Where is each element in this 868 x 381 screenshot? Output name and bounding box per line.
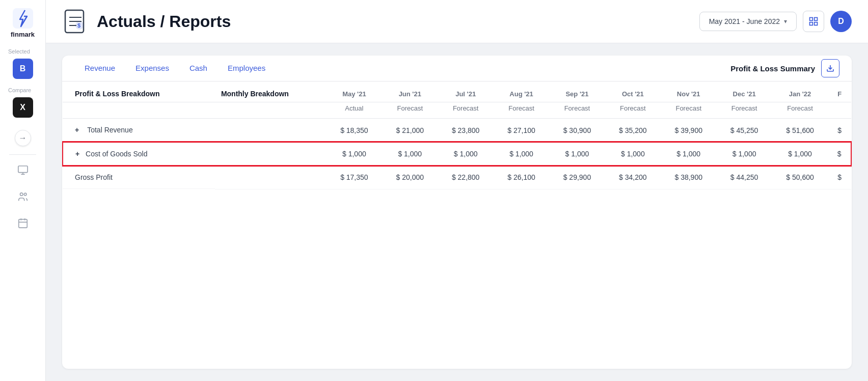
sub-sep21: Forecast <box>564 104 590 112</box>
col-nov21: Nov '21 <box>677 90 700 98</box>
revenue-may21: $ 18,350 <box>327 119 382 143</box>
sub-nov21: Forecast <box>675 104 701 112</box>
cogs-more: $ <box>828 142 851 166</box>
header-right: May 2021 - June 2022 ▾ D <box>699 11 852 32</box>
gp-jan22: $ 50,600 <box>772 166 828 189</box>
date-range-button[interactable]: May 2021 - June 2022 ▾ <box>699 12 797 31</box>
team-icon <box>17 191 29 202</box>
col-sep21: Sep '21 <box>565 90 588 98</box>
svg-point-4 <box>20 193 23 196</box>
tab-expenses[interactable]: Expenses <box>125 56 179 81</box>
tabs-left: Revenue Expenses Cash Employees <box>74 56 276 81</box>
gp-may21: $ 17,350 <box>327 166 382 189</box>
sub-may21: Actual <box>345 104 363 112</box>
cogs-may21: $ 1,000 <box>327 142 382 166</box>
col-may21: May '21 <box>342 90 366 98</box>
revenue-jun21: $ 21,000 <box>382 119 438 143</box>
calendar-icon <box>17 217 29 229</box>
monthly-breakdown-label: Monthly Breakdown <box>221 90 289 98</box>
cogs-sep21: $ 1,000 <box>549 142 605 166</box>
table-view-button[interactable] <box>803 11 824 32</box>
chevron-down-icon: ▾ <box>784 18 787 25</box>
download-button[interactable] <box>821 59 839 77</box>
cogs-jan22: $ 1,000 <box>772 142 828 166</box>
svg-rect-18 <box>810 22 813 25</box>
svg-rect-0 <box>13 8 33 29</box>
sub-jun21: Forecast <box>397 104 423 112</box>
revenue-oct21: $ 35,200 <box>605 119 661 143</box>
cogs-jul21: $ 1,000 <box>438 142 493 166</box>
report-card: Revenue Expenses Cash Employees Profit &… <box>62 56 852 369</box>
revenue-nov21: $ 39,900 <box>661 119 716 143</box>
expand-arrow-icon: → <box>19 133 27 143</box>
tab-cash[interactable]: Cash <box>179 56 218 81</box>
gp-dec21: $ 44,250 <box>716 166 772 189</box>
download-icon <box>826 64 834 72</box>
reports-icon: $ <box>62 8 89 35</box>
col-jun21: Jun '21 <box>399 90 421 98</box>
svg-text:$: $ <box>77 22 80 29</box>
revenue-dec21: $ 45,250 <box>716 119 772 143</box>
compare-avatar[interactable]: X <box>13 97 33 118</box>
expand-revenue[interactable]: + <box>75 126 79 134</box>
cogs-label: Cost of Goods Sold <box>86 150 147 158</box>
svg-rect-19 <box>815 22 818 25</box>
revenue-jan22: $ 51,600 <box>772 119 828 143</box>
nav-item-monitor[interactable] <box>12 159 34 181</box>
cogs-aug21: $ 1,000 <box>494 142 549 166</box>
column-headers-row: Profit & Loss Breakdown Monthly Breakdow… <box>63 81 851 102</box>
active-tab-label: Profit & Loss Summary <box>730 64 815 73</box>
col-aug21: Aug '21 <box>509 90 533 98</box>
gp-more: $ <box>828 166 851 189</box>
header: $ Actuals / Reports May 2021 - June 2022… <box>46 0 868 43</box>
table-row-total-revenue: + Total Revenue $ 18,350 $ 21,000 $ 23,8… <box>63 119 851 143</box>
monitor-icon <box>17 165 29 176</box>
expand-cogs[interactable]: + <box>75 150 79 158</box>
tab-revenue[interactable]: Revenue <box>74 56 125 81</box>
content-area: Revenue Expenses Cash Employees Profit &… <box>46 43 868 381</box>
grid-icon <box>808 16 819 26</box>
tab-employees[interactable]: Employees <box>218 56 276 81</box>
table-area: Profit & Loss Breakdown Monthly Breakdow… <box>62 81 852 369</box>
svg-rect-16 <box>810 18 813 21</box>
gross-profit-label: Gross Profit <box>75 173 113 181</box>
user-avatar[interactable]: D <box>830 11 852 32</box>
cogs-oct21: $ 1,000 <box>605 142 661 166</box>
selected-avatar[interactable]: B <box>13 59 33 79</box>
sidebar-divider <box>9 154 36 155</box>
col-jul21: Jul '21 <box>455 90 476 98</box>
gp-aug21: $ 26,100 <box>494 166 549 189</box>
selected-label: Selected <box>0 48 30 55</box>
revenue-jul21: $ 23,800 <box>438 119 493 143</box>
page-title: Actuals / Reports <box>97 12 231 31</box>
logo: finmark <box>11 8 35 38</box>
main-content: $ Actuals / Reports May 2021 - June 2022… <box>46 0 868 381</box>
col-more: F <box>837 90 842 98</box>
svg-point-5 <box>24 193 26 196</box>
compare-label: Compare <box>0 87 31 93</box>
logo-text: finmark <box>11 31 35 38</box>
sidebar: finmark Selected B Compare X → <box>0 0 46 381</box>
svg-rect-17 <box>815 18 818 21</box>
cogs-nov21: $ 1,000 <box>661 142 716 166</box>
nav-item-team[interactable] <box>12 185 34 208</box>
gp-nov21: $ 38,900 <box>661 166 716 189</box>
pl-breakdown-label: Profit & Loss Breakdown <box>75 90 159 98</box>
cogs-dec21: $ 1,000 <box>716 142 772 166</box>
col-dec21: Dec '21 <box>733 90 756 98</box>
nav-item-calendar[interactable] <box>12 212 34 234</box>
svg-rect-6 <box>18 220 27 228</box>
total-revenue-label: Total Revenue <box>87 126 133 134</box>
col-oct21: Oct '21 <box>622 90 644 98</box>
sub-jan22: Forecast <box>787 104 813 112</box>
expand-button[interactable]: → <box>15 130 31 146</box>
header-left: $ Actuals / Reports <box>62 8 231 35</box>
report-table: Profit & Loss Breakdown Monthly Breakdow… <box>62 81 852 189</box>
gp-sep21: $ 29,900 <box>549 166 605 189</box>
sub-aug21: Forecast <box>508 104 534 112</box>
gp-jul21: $ 22,800 <box>438 166 493 189</box>
cogs-jun21: $ 1,000 <box>382 142 438 166</box>
gp-jun21: $ 20,000 <box>382 166 438 189</box>
tabs-right: Profit & Loss Summary <box>730 59 839 77</box>
revenue-aug21: $ 27,100 <box>494 119 549 143</box>
